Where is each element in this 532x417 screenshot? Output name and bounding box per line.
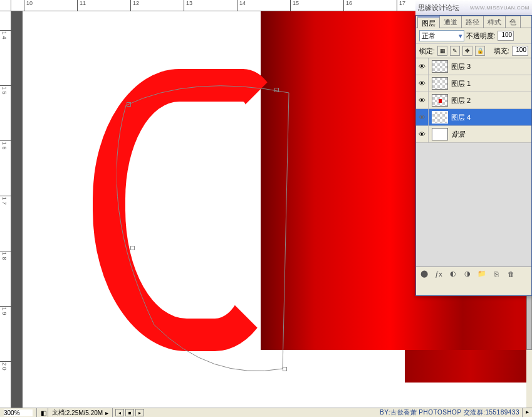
ruler-tick: 1 7	[1, 197, 8, 205]
header-url: WWW.MISSYUAN.COM	[470, 5, 529, 11]
path-anchor[interactable]	[130, 246, 135, 250]
visibility-toggle[interactable]	[416, 92, 429, 109]
vector-path[interactable]	[117, 80, 292, 375]
fill-label: 填充:	[494, 46, 509, 56]
opacity-label: 不透明度:	[466, 31, 496, 41]
link-layers-icon[interactable]: ⬤	[419, 269, 430, 279]
status-bar: ◧ 文档: 2.25M/5.20M ▸ ◂ ■ ▸ BY:古欲香萧 PHOTOS…	[0, 408, 532, 417]
layer-row[interactable]: 图层 4	[416, 109, 531, 126]
lock-all-icon[interactable]: 🔒	[475, 46, 485, 56]
tab-styles[interactable]: 样式	[483, 16, 506, 28]
layer-thumbnail[interactable]	[432, 94, 448, 107]
ruler-tick: 12	[133, 0, 139, 6]
layer-thumbnail[interactable]	[432, 77, 448, 90]
panel-tabs: 图层 通道 路径 样式 色	[416, 16, 531, 28]
layer-mask-icon[interactable]: ◐	[447, 269, 459, 279]
ruler-tick: 16	[346, 0, 352, 6]
eye-icon	[419, 97, 425, 104]
scroll-right-icon[interactable]: ▸	[522, 408, 532, 418]
new-layer-icon[interactable]: ⎘	[491, 269, 502, 279]
layer-style-icon[interactable]: ƒx	[433, 269, 444, 279]
ruler-tick: 1 6	[1, 142, 8, 150]
ruler-tick: 1 5	[1, 87, 8, 95]
ruler-tick: 17	[399, 0, 405, 6]
ruler-tick: 10	[26, 0, 33, 6]
layer-name[interactable]: 图层 3	[451, 62, 531, 71]
ruler-tick: 14	[239, 0, 246, 6]
prev-icon[interactable]: ◂	[115, 409, 124, 416]
lock-transparent-icon[interactable]: ▦	[437, 46, 447, 56]
playback-controls: ◂ ■ ▸	[115, 409, 144, 416]
watermark-header: 思缘设计论坛 WWW.MISSYUAN.COM	[415, 0, 532, 15]
layer-name[interactable]: 背景	[451, 130, 531, 139]
lock-brush-icon[interactable]: ✎	[450, 46, 460, 56]
layers-list: 图层 3 图层 1 图层 2 图层 4 背景	[416, 58, 531, 267]
tab-paths[interactable]: 路径	[461, 16, 484, 28]
doc-size-value: 2.25M/5.20M	[66, 409, 103, 416]
layers-panel[interactable]: 图层 通道 路径 样式 色 正常 不透明度: 100 锁定: ▦ ✎ ✥ 🔒 填…	[415, 15, 532, 296]
layer-name[interactable]: 图层 2	[451, 96, 531, 105]
layer-name[interactable]: 图层 4	[451, 113, 531, 122]
tab-channels[interactable]: 通道	[439, 16, 462, 28]
status-icon[interactable]: ◧	[37, 408, 48, 417]
ruler-tick: 2 0	[1, 362, 8, 371]
next-icon[interactable]: ▸	[135, 409, 144, 416]
ruler-tick: 13	[186, 0, 192, 6]
path-anchor[interactable]	[127, 102, 131, 107]
header-title: 思缘设计论坛	[418, 3, 459, 13]
layer-thumbnail[interactable]	[432, 111, 448, 124]
layer-thumbnail[interactable]	[432, 128, 448, 140]
visibility-toggle[interactable]	[416, 75, 429, 92]
visibility-toggle[interactable]	[416, 126, 429, 143]
tab-color[interactable]: 色	[505, 16, 521, 28]
lock-label: 锁定:	[419, 46, 435, 56]
delete-layer-icon[interactable]: 🗑	[505, 269, 516, 279]
layer-thumbnail[interactable]	[432, 60, 448, 73]
eye-icon	[419, 113, 425, 121]
layer-row[interactable]: 背景	[416, 126, 531, 143]
layer-name[interactable]: 图层 1	[451, 79, 531, 88]
blend-mode-select[interactable]: 正常	[419, 30, 464, 41]
layer-row[interactable]: 图层 1	[416, 75, 531, 92]
visibility-toggle[interactable]	[416, 58, 429, 75]
path-anchor[interactable]	[283, 367, 287, 371]
ruler-tick: 1 9	[1, 307, 8, 315]
ruler-tick: 1 4	[1, 31, 8, 40]
zoom-input[interactable]	[4, 409, 33, 416]
credits-text: BY:古欲香萧 PHOTOSHOP 交流群:155189433	[380, 408, 519, 417]
eye-icon	[419, 130, 425, 138]
ruler-tick: 11	[80, 0, 86, 6]
layer-group-icon[interactable]: 📁	[476, 269, 488, 279]
blend-mode-value: 正常	[422, 31, 436, 41]
fill-input[interactable]: 100	[512, 46, 528, 56]
layer-row[interactable]: 图层 2	[416, 92, 531, 109]
vertical-ruler[interactable]: 1 4 1 5 1 6 1 7 1 8 1 9 2 0	[0, 11, 11, 408]
scrollbar-thumb[interactable]	[526, 287, 532, 350]
layer-row[interactable]: 图层 3	[416, 58, 531, 75]
eye-icon	[419, 63, 425, 70]
eye-icon	[419, 80, 425, 87]
path-anchor[interactable]	[274, 88, 279, 92]
panel-footer: ⬤ ƒx ◐ ◑ 📁 ⎘ 🗑	[416, 267, 531, 280]
ruler-origin[interactable]	[0, 0, 11, 11]
tab-layers[interactable]: 图层	[417, 16, 440, 28]
ruler-tick: 15	[293, 0, 299, 6]
opacity-input[interactable]: 100	[498, 31, 514, 41]
ruler-tick: 1 8	[1, 252, 8, 260]
dropdown-icon[interactable]: ▸	[105, 409, 108, 416]
adjustment-layer-icon[interactable]: ◑	[462, 269, 473, 279]
stop-icon[interactable]: ■	[125, 409, 134, 416]
visibility-toggle[interactable]	[416, 109, 429, 126]
doc-size-label: 文档:	[52, 408, 66, 417]
lock-move-icon[interactable]: ✥	[462, 46, 472, 56]
